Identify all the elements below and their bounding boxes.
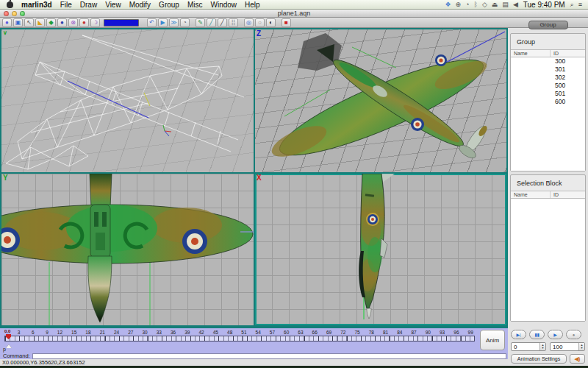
clock-tool-icon[interactable]: ◔: [180, 18, 190, 27]
stepper-arrows-icon[interactable]: ▲▼: [539, 343, 545, 350]
material-tool-icon[interactable]: ●: [79, 18, 89, 27]
wireframe-canvas: [1, 29, 254, 172]
side-viewport[interactable]: X: [255, 174, 506, 325]
pan-tool-icon[interactable]: ○: [255, 18, 265, 27]
menu-modify[interactable]: Modify: [129, 1, 151, 9]
group-row[interactable]: 600: [511, 98, 585, 106]
app-window: plane1.aqn ●▣↖◣◆●⊛●☽ ↶▶≫◔ ✎╱╱⣿ ◎○◐ ■ ∨: [0, 10, 588, 366]
menu-clock[interactable]: Tue 9:40 PM: [523, 1, 565, 9]
frame-end-stepper[interactable]: 100 ▲▼: [550, 342, 585, 351]
bluetooth-icon[interactable]: ᛒ: [474, 0, 478, 10]
play-tool-icon[interactable]: ▶: [158, 18, 168, 27]
line-tool-icon[interactable]: ╱: [218, 18, 227, 27]
right-panel: Group Group Name ID 300 301 302 500: [508, 28, 588, 328]
update-icon[interactable]: ⊕: [456, 0, 462, 10]
group-list: 300 301 302 500 501 600: [511, 57, 585, 171]
menu-group[interactable]: Group: [159, 1, 179, 9]
group-box: Group Name ID 300 301 302 500 501: [510, 33, 586, 171]
active-color-swatch[interactable]: [104, 19, 139, 26]
undo-icon[interactable]: ↶: [147, 18, 157, 27]
skip-button[interactable]: ▶|: [511, 330, 526, 339]
menu-help[interactable]: Help: [245, 1, 260, 9]
timeline-playhead-marker[interactable]: [6, 344, 12, 348]
group-row[interactable]: 301: [511, 66, 585, 74]
side-canvas: [255, 174, 506, 325]
app-status-icon[interactable]: ❖: [445, 0, 451, 10]
sphere-tool-icon[interactable]: ●: [57, 18, 67, 27]
record-button[interactable]: ●: [566, 330, 581, 339]
eject-icon[interactable]: ⏏: [492, 0, 498, 10]
menu-file[interactable]: File: [60, 1, 72, 9]
menu-extras-icon[interactable]: ≡: [578, 0, 582, 10]
rotate-view-icon[interactable]: ◐: [266, 18, 276, 27]
selection-block-box: Selection Block Name ID: [510, 174, 586, 322]
wireframe-viewport[interactable]: ∨: [1, 29, 254, 172]
group-col-name[interactable]: Name: [511, 50, 551, 57]
pause-button[interactable]: ▮▮: [529, 330, 545, 339]
top-viewport[interactable]: Y: [1, 174, 254, 325]
speaker-button[interactable]: ◀): [570, 354, 585, 364]
animation-settings-button[interactable]: Animation Settings: [511, 354, 567, 364]
grid-snap-icon[interactable]: ⣿: [229, 18, 238, 27]
line-green-tool-icon[interactable]: ╱: [207, 18, 216, 27]
stepper-arrows-icon[interactable]: ▲▼: [578, 343, 584, 350]
menu-window[interactable]: Window: [210, 1, 237, 9]
top-canvas: [1, 174, 254, 325]
toolbar: ●▣↖◣◆●⊛●☽ ↶▶≫◔ ✎╱╱⣿ ◎○◐ ■: [0, 18, 588, 28]
close-button[interactable]: [4, 11, 9, 16]
timeline-tick-bar[interactable]: [4, 336, 475, 342]
frame-start-stepper[interactable]: 0 ▲▼: [511, 342, 546, 351]
menu-marlin3d[interactable]: marlin3d: [21, 1, 52, 9]
group-row[interactable]: 302: [511, 74, 585, 82]
paint-tool-icon[interactable]: ☽: [90, 18, 100, 27]
play-button[interactable]: ▶: [548, 330, 563, 339]
apple-menu-icon[interactable]: [7, 1, 13, 8]
group-row[interactable]: 501: [511, 90, 585, 98]
command-label: Command:: [3, 353, 30, 359]
group-col-id[interactable]: ID: [551, 50, 585, 57]
fast-forward-icon[interactable]: ≫: [169, 18, 179, 27]
pencil-tool-icon[interactable]: ✎: [196, 18, 205, 27]
group-row[interactable]: 300: [511, 57, 585, 66]
group-tab[interactable]: Group: [528, 21, 568, 29]
viewport-grid: ∨: [0, 28, 508, 328]
menu-misc[interactable]: Misc: [187, 1, 203, 9]
timeline-ruler[interactable]: 0,0 369121518212427303336394245485154576…: [4, 330, 475, 342]
title-bar[interactable]: plane1.aqn: [0, 10, 588, 18]
axis-label-x: X: [257, 174, 262, 182]
timeline-tick-labels: 3691215182124273033363942454851545760636…: [6, 330, 473, 336]
clock-menu-icon[interactable]: ◔: [465, 0, 469, 10]
command-history: p: [0, 346, 508, 353]
stop-record-icon[interactable]: ■: [282, 18, 291, 27]
window-title: plane1.aqn: [0, 10, 588, 17]
perspective-viewport[interactable]: Z: [255, 29, 506, 172]
zoom-window-button[interactable]: [20, 11, 25, 16]
select-tool-icon[interactable]: ↖: [24, 18, 34, 27]
axis-label-y: Y: [3, 174, 8, 182]
selection-list: [511, 199, 585, 321]
ruler-tool-icon[interactable]: ◣: [35, 18, 45, 27]
minimize-button[interactable]: [12, 11, 17, 16]
anim-button[interactable]: Anim: [480, 330, 505, 350]
selection-col-name[interactable]: Name: [511, 191, 551, 198]
airport-icon[interactable]: ◇: [482, 0, 487, 10]
status-coordinates: X0.000000,Y6.355620,Z3.663152: [0, 359, 508, 366]
menu-draw[interactable]: Draw: [80, 1, 97, 9]
save-icon[interactable]: ▣: [13, 18, 23, 27]
group-box-title: Group: [511, 34, 585, 49]
command-input[interactable]: [32, 353, 506, 359]
brush-tool-icon[interactable]: ●: [2, 18, 12, 27]
timeline[interactable]: 0,0 369121518212427303336394245485154576…: [0, 328, 508, 346]
zoom-tool-icon[interactable]: ◎: [244, 18, 254, 27]
display-icon[interactable]: ▤: [502, 0, 509, 10]
selection-col-id[interactable]: ID: [551, 191, 585, 198]
wireframe-corner-mark: ∨: [3, 29, 7, 36]
menu-bar: marlin3dFileDrawViewModifyGroupMiscWindo…: [0, 0, 588, 10]
spotlight-icon[interactable]: ⌕: [570, 0, 574, 10]
group-row[interactable]: 500: [511, 82, 585, 90]
menu-view[interactable]: View: [105, 1, 121, 9]
volume-icon[interactable]: ◀: [513, 0, 518, 10]
gear-tool-icon[interactable]: ⊛: [68, 18, 78, 27]
gem-tool-icon[interactable]: ◆: [46, 18, 56, 27]
animation-controls: ▶|▮▮▶● 0 ▲▼ 100 ▲▼ Animation Settings ◀): [508, 328, 588, 366]
